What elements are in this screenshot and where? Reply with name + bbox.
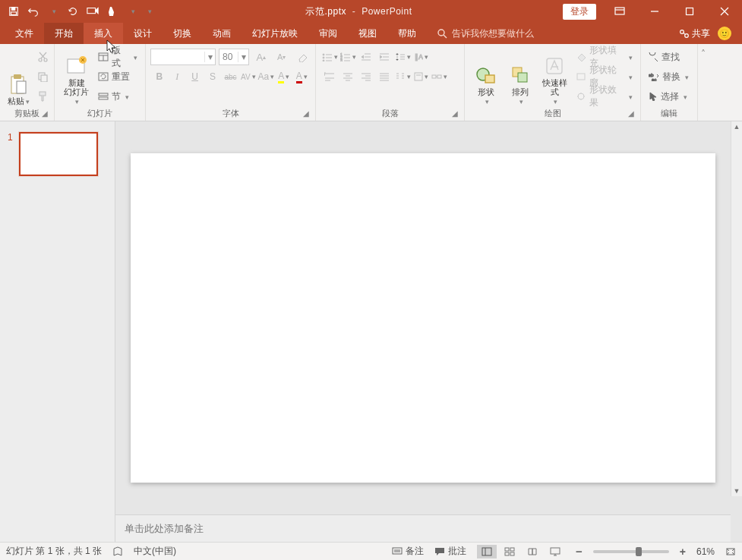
- slide-thumbnails-pane[interactable]: 1: [0, 121, 115, 542]
- bold-button[interactable]: B: [150, 68, 168, 85]
- undo-dropdown[interactable]: [44, 2, 62, 20]
- paste-button[interactable]: 粘贴: [5, 47, 32, 106]
- sign-in-button[interactable]: 登录: [563, 4, 596, 20]
- layout-button[interactable]: 版式: [95, 49, 141, 65]
- copy-button[interactable]: [33, 68, 52, 85]
- align-center-button[interactable]: [339, 68, 357, 85]
- select-button[interactable]: 选择: [646, 88, 693, 105]
- collapse-ribbon-button[interactable]: ˄: [697, 44, 708, 121]
- dialog-launcher-clipboard[interactable]: ◢: [40, 110, 49, 119]
- shape-effects-button[interactable]: 形状效果: [573, 88, 636, 105]
- tab-slideshow[interactable]: 幻灯片放映: [242, 23, 308, 44]
- align-right-button[interactable]: [357, 68, 375, 85]
- cut-button[interactable]: [33, 49, 52, 65]
- zoom-out-button[interactable]: −: [576, 545, 583, 558]
- tab-home[interactable]: 开始: [44, 23, 84, 44]
- slideshow-view-button[interactable]: [545, 545, 565, 558]
- font-size-combo[interactable]: 80▾: [219, 49, 249, 65]
- font-name-combo[interactable]: ▾: [150, 49, 216, 65]
- redo-button[interactable]: [64, 2, 82, 20]
- sorter-view-button[interactable]: [500, 545, 519, 558]
- scroll-down-button[interactable]: ▼: [731, 486, 742, 496]
- change-case-button[interactable]: Aa: [257, 68, 275, 85]
- tab-view[interactable]: 视图: [348, 23, 387, 44]
- shapes-button[interactable]: 形状: [469, 47, 504, 106]
- new-slide-button[interactable]: 新建 幻灯片: [59, 47, 93, 106]
- tab-file[interactable]: 文件: [5, 23, 44, 44]
- text-direction-button[interactable]: ‖A: [412, 49, 430, 65]
- fit-to-window-button[interactable]: [725, 547, 736, 556]
- format-painter-button[interactable]: [33, 88, 52, 105]
- tab-animations[interactable]: 动画: [202, 23, 242, 44]
- slide-scroll-region[interactable]: [115, 121, 731, 542]
- section-button[interactable]: 节: [95, 88, 141, 105]
- align-text-button[interactable]: [412, 68, 430, 85]
- tab-transitions[interactable]: 切换: [163, 23, 202, 44]
- ribbon-display-options-button[interactable]: [602, 0, 637, 23]
- font-color-button[interactable]: A: [293, 68, 311, 85]
- minimize-button[interactable]: [637, 0, 672, 23]
- italic-button[interactable]: I: [168, 68, 185, 85]
- replace-button[interactable]: abac替换: [646, 68, 693, 85]
- clear-formatting-button[interactable]: [293, 49, 311, 65]
- dialog-launcher-font[interactable]: ◢: [302, 110, 311, 119]
- line-spacing-button[interactable]: [393, 49, 412, 65]
- scroll-up-button[interactable]: ▲: [731, 121, 742, 132]
- maximize-button[interactable]: [672, 0, 707, 23]
- bullets-button[interactable]: [320, 49, 339, 65]
- tab-design[interactable]: 设计: [123, 23, 163, 44]
- reset-button[interactable]: 重置: [95, 68, 141, 85]
- zoom-in-button[interactable]: +: [680, 546, 686, 558]
- zoom-slider[interactable]: [593, 550, 669, 553]
- comments-toggle[interactable]: 批注: [434, 545, 466, 558]
- smartart-button[interactable]: [430, 68, 448, 85]
- tab-help[interactable]: 帮助: [387, 23, 427, 44]
- shape-outline-button[interactable]: 形状轮廓: [573, 68, 636, 85]
- shape-fill-button[interactable]: 形状填充: [573, 49, 636, 65]
- strikethrough-button[interactable]: abc: [222, 68, 239, 85]
- dialog-launcher-drawing[interactable]: ◢: [627, 110, 636, 119]
- slide-1[interactable]: [131, 153, 715, 483]
- tab-insert[interactable]: 插入: [84, 23, 123, 44]
- increase-indent-button[interactable]: [375, 49, 393, 65]
- numbering-button[interactable]: 123: [339, 49, 357, 65]
- start-from-beginning-button[interactable]: [84, 2, 102, 20]
- notes-pane[interactable]: 单击此处添加备注: [115, 514, 731, 542]
- notes-toggle[interactable]: 备注: [392, 545, 424, 558]
- scroll-track[interactable]: [733, 132, 740, 486]
- reading-view-button[interactable]: [523, 545, 542, 558]
- zoom-percent[interactable]: 61%: [696, 546, 715, 557]
- decrease-font-button[interactable]: A▾: [273, 49, 290, 65]
- vertical-scrollbar[interactable]: ▲ ▼: [731, 121, 742, 496]
- find-button[interactable]: 查找: [646, 49, 693, 65]
- arrange-button[interactable]: 排列: [504, 47, 538, 106]
- char-spacing-button[interactable]: AV: [239, 68, 257, 85]
- touch-mode-button[interactable]: [103, 2, 122, 20]
- zoom-slider-knob[interactable]: [636, 547, 642, 556]
- decrease-indent-button[interactable]: [357, 49, 375, 65]
- normal-view-button[interactable]: [477, 545, 497, 558]
- underline-button[interactable]: U: [186, 68, 204, 85]
- share-button[interactable]: 共享: [678, 27, 710, 40]
- thumbnail-1[interactable]: 1: [8, 132, 107, 176]
- save-button[interactable]: [5, 2, 23, 20]
- touch-mode-dropdown[interactable]: [123, 2, 141, 20]
- tell-me-search[interactable]: 告诉我你想要做什么: [437, 23, 534, 44]
- language-button[interactable]: 中文(中国): [134, 545, 176, 558]
- increase-font-button[interactable]: A▴: [252, 49, 270, 65]
- shadow-button[interactable]: S: [204, 68, 221, 85]
- slide-counter[interactable]: 幻灯片 第 1 张，共 1 张: [6, 545, 102, 558]
- quick-styles-button[interactable]: 快速样式: [538, 47, 572, 106]
- close-button[interactable]: [707, 0, 742, 23]
- columns-button[interactable]: [393, 68, 412, 85]
- highlight-button[interactable]: A: [275, 68, 292, 85]
- justify-button[interactable]: [375, 68, 393, 85]
- tab-review[interactable]: 审阅: [308, 23, 348, 44]
- qat-customize-dropdown[interactable]: [143, 2, 155, 20]
- undo-button[interactable]: [24, 2, 43, 20]
- accessibility-button[interactable]: [112, 546, 123, 557]
- feedback-smile-icon[interactable]: 🙂: [718, 27, 731, 40]
- dialog-launcher-paragraph[interactable]: ◢: [450, 110, 459, 119]
- thumbnail-preview[interactable]: [19, 132, 98, 176]
- align-left-button[interactable]: [320, 68, 339, 85]
